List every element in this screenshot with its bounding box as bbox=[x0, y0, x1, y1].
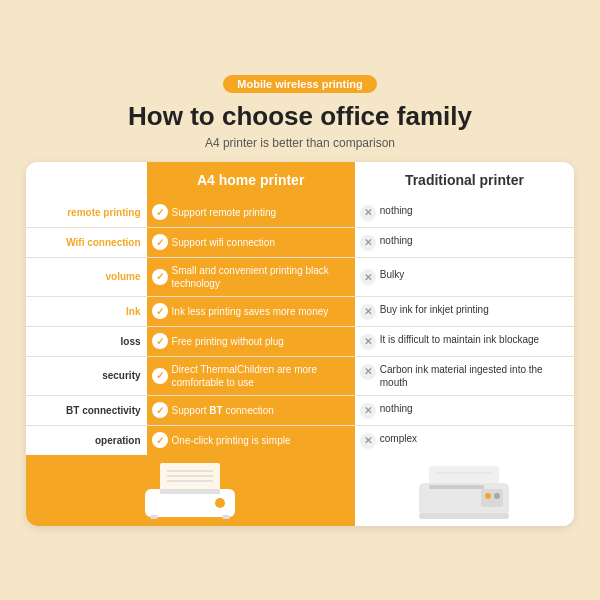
page-container: Mobile wireless printing How to choose o… bbox=[10, 63, 590, 538]
trad-text-0: nothing bbox=[380, 204, 413, 217]
trad-cell-7: ✕complex bbox=[355, 425, 574, 455]
printer-images-container bbox=[26, 455, 574, 526]
feature-label-5: security bbox=[26, 356, 147, 395]
a4-text-5: Direct ThermalChildren are more comforta… bbox=[172, 363, 350, 389]
a4-text-6: Support BT connection bbox=[172, 404, 274, 417]
x-icon: ✕ bbox=[360, 403, 376, 419]
page-title: How to choose office family bbox=[26, 101, 574, 132]
feature-label-7: operation bbox=[26, 425, 147, 455]
a4-printer-svg bbox=[125, 461, 255, 526]
trad-cell-6: ✕nothing bbox=[355, 395, 574, 425]
trad-text-2: Bulky bbox=[380, 268, 404, 281]
feature-label-4: loss bbox=[26, 326, 147, 356]
x-icon: ✕ bbox=[360, 433, 376, 449]
top-badge: Mobile wireless printing bbox=[223, 75, 376, 93]
check-icon: ✓ bbox=[152, 368, 168, 384]
trad-text-7: complex bbox=[380, 432, 417, 445]
a4-cell-6: ✓Support BT connection bbox=[147, 395, 355, 425]
check-icon: ✓ bbox=[152, 234, 168, 250]
a4-printer-area bbox=[26, 455, 355, 526]
x-icon: ✕ bbox=[360, 364, 376, 380]
trad-text-5: Carbon ink material ingested into the mo… bbox=[380, 363, 569, 389]
a4-text-4: Free printing without plug bbox=[172, 335, 284, 348]
a4-cell-1: ✓Support wifi connection bbox=[147, 227, 355, 257]
trad-text-6: nothing bbox=[380, 402, 413, 415]
a4-text-7: One-click printing is simple bbox=[172, 434, 291, 447]
page-subtitle: A4 printer is better than comparison bbox=[26, 136, 574, 150]
svg-rect-16 bbox=[419, 513, 509, 519]
a4-text-3: Ink less printing saves more money bbox=[172, 305, 329, 318]
trad-cell-2: ✕Bulky bbox=[355, 257, 574, 296]
printer-image-row bbox=[26, 455, 574, 526]
table-row: remote printing✓Support remote printing✕… bbox=[26, 198, 574, 228]
svg-rect-13 bbox=[481, 489, 503, 507]
check-icon: ✓ bbox=[152, 333, 168, 349]
a4-cell-0: ✓Support remote printing bbox=[147, 198, 355, 228]
header-a4: A4 home printer bbox=[147, 162, 355, 198]
svg-rect-5 bbox=[160, 489, 220, 494]
a4-text-2: Small and convenient printing black tech… bbox=[172, 264, 350, 290]
table-row: security✓Direct ThermalChildren are more… bbox=[26, 356, 574, 395]
feature-label-3: Ink bbox=[26, 296, 147, 326]
comparison-table: A4 home printer Traditional printer remo… bbox=[26, 162, 574, 526]
check-icon: ✓ bbox=[152, 269, 168, 285]
header-traditional: Traditional printer bbox=[355, 162, 574, 198]
trad-printer-svg bbox=[409, 461, 519, 526]
table-row: volume✓Small and convenient printing bla… bbox=[26, 257, 574, 296]
trad-cell-1: ✕nothing bbox=[355, 227, 574, 257]
svg-point-6 bbox=[215, 498, 225, 508]
traditional-printer-area bbox=[355, 455, 574, 526]
comparison-table-wrapper: A4 home printer Traditional printer remo… bbox=[26, 162, 574, 526]
check-icon: ✓ bbox=[152, 204, 168, 220]
check-icon: ✓ bbox=[152, 432, 168, 448]
check-icon: ✓ bbox=[152, 402, 168, 418]
svg-rect-12 bbox=[429, 485, 484, 489]
x-icon: ✕ bbox=[360, 205, 376, 221]
feature-label-6: BT connectivity bbox=[26, 395, 147, 425]
a4-cell-4: ✓Free printing without plug bbox=[147, 326, 355, 356]
a4-text-0: Support remote printing bbox=[172, 206, 277, 219]
svg-rect-7 bbox=[150, 515, 158, 519]
svg-rect-8 bbox=[222, 515, 230, 519]
a4-cell-3: ✓Ink less printing saves more money bbox=[147, 296, 355, 326]
table-row: BT connectivity✓Support BT connection✕no… bbox=[26, 395, 574, 425]
a4-cell-2: ✓Small and convenient printing black tec… bbox=[147, 257, 355, 296]
check-icon: ✓ bbox=[152, 303, 168, 319]
trad-cell-0: ✕nothing bbox=[355, 198, 574, 228]
svg-rect-0 bbox=[160, 463, 220, 491]
table-row: Wifi connection✓Support wifi connection✕… bbox=[26, 227, 574, 257]
trad-cell-3: ✕Buy ink for inkjet printing bbox=[355, 296, 574, 326]
trad-text-3: Buy ink for inkjet printing bbox=[380, 303, 489, 316]
a4-text-1: Support wifi connection bbox=[172, 236, 275, 249]
svg-point-15 bbox=[494, 493, 500, 499]
feature-label-1: Wifi connection bbox=[26, 227, 147, 257]
svg-point-14 bbox=[485, 493, 491, 499]
trad-cell-5: ✕Carbon ink material ingested into the m… bbox=[355, 356, 574, 395]
svg-rect-9 bbox=[429, 466, 499, 484]
feature-label-0: remote printing bbox=[26, 198, 147, 228]
header-feature bbox=[26, 162, 147, 198]
trad-text-1: nothing bbox=[380, 234, 413, 247]
table-row: operation✓One-click printing is simple✕c… bbox=[26, 425, 574, 455]
badge-container: Mobile wireless printing bbox=[26, 75, 574, 93]
feature-label-2: volume bbox=[26, 257, 147, 296]
table-row: Ink✓Ink less printing saves more money✕B… bbox=[26, 296, 574, 326]
trad-text-4: It is difficult to maintain ink blockage bbox=[380, 333, 539, 346]
x-icon: ✕ bbox=[360, 235, 376, 251]
x-icon: ✕ bbox=[360, 269, 376, 285]
trad-cell-4: ✕It is difficult to maintain ink blockag… bbox=[355, 326, 574, 356]
printer-image-cell bbox=[26, 455, 574, 526]
a4-cell-7: ✓One-click printing is simple bbox=[147, 425, 355, 455]
x-icon: ✕ bbox=[360, 304, 376, 320]
x-icon: ✕ bbox=[360, 334, 376, 350]
table-row: loss✓Free printing without plug✕It is di… bbox=[26, 326, 574, 356]
a4-cell-5: ✓Direct ThermalChildren are more comfort… bbox=[147, 356, 355, 395]
